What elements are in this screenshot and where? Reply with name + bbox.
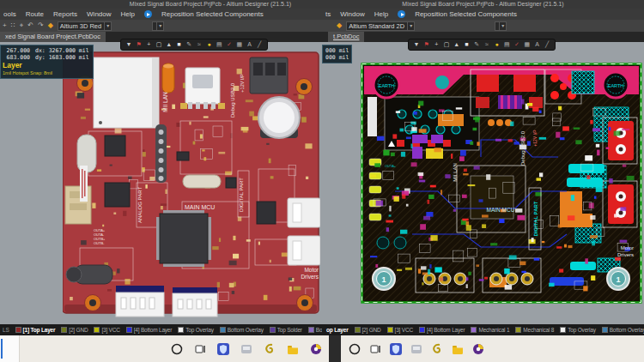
active-bar-tool-icon[interactable]: ▲	[453, 39, 461, 50]
view-configuration-combo[interactable]: Altium Standard 2D▾	[346, 21, 415, 31]
pcb-2d-viewport[interactable]: EARTH EARTH 1 1	[322, 42, 644, 324]
layer-tab[interactable]: Bottom Overlay	[602, 327, 644, 333]
menu-window[interactable]: Window	[340, 9, 364, 20]
browser-icon[interactable]	[471, 342, 485, 356]
layer-tab[interactable]: [2] GND	[61, 327, 88, 333]
active-bar-tool-icon[interactable]: ●	[205, 39, 214, 50]
layer-sets-label[interactable]: LS	[3, 327, 9, 333]
spiral-icon[interactable]	[430, 342, 444, 356]
security-icon[interactable]	[389, 342, 403, 356]
redo-icon[interactable]: ↷	[38, 20, 44, 32]
pcb-3d-viewport[interactable]: MII LAN Debug USB2.0 +12V I/P DIGITAL PA…	[0, 42, 322, 324]
task-view-icon[interactable]	[368, 342, 382, 356]
view-configuration-combo[interactable]: Altium 3D Red▾	[58, 21, 112, 31]
menu-reposition[interactable]: Reposition Selected Components	[415, 9, 517, 20]
desktop: Mixed Signal Board Project.PrjPcb - Alti…	[0, 0, 644, 362]
menu-help[interactable]: Help	[121, 9, 135, 20]
grid-tool-icon[interactable]: ∷	[11, 20, 15, 32]
undo-icon[interactable]: ↶	[27, 20, 33, 32]
menu-bar: ts Window Help Reposition Selected Compo…	[322, 9, 644, 20]
layer-tab[interactable]: Bottom Solder	[308, 327, 322, 333]
active-bar[interactable]: ▼⚑+▢▲■✎≈●▤✓▦A╱	[120, 39, 268, 51]
document-tab[interactable]: t.PcbDoc	[328, 32, 364, 42]
chevron-down-icon[interactable]: ▾	[407, 22, 412, 30]
run-script-icon[interactable]	[144, 10, 152, 18]
active-bar-tool-icon[interactable]: A	[533, 39, 542, 50]
active-bar-tool-icon[interactable]: ✎	[185, 39, 193, 50]
active-bar-tool-icon[interactable]: ⚑	[135, 39, 143, 50]
add-tool-icon[interactable]: +	[3, 20, 7, 32]
chevron-down-icon[interactable]: ▾	[499, 22, 504, 30]
chevron-down-icon[interactable]: ▾	[104, 22, 109, 30]
active-bar-tool-icon[interactable]: ■	[463, 39, 471, 50]
active-bar-tool-icon[interactable]: ≈	[483, 39, 491, 50]
active-bar-tool-icon[interactable]: ▤	[215, 39, 223, 50]
layer-tab[interactable]: [3] VCC	[387, 327, 413, 333]
menu-reposition[interactable]: Reposition Selected Components	[161, 9, 264, 20]
active-bar-tool-icon[interactable]: ■	[175, 39, 184, 50]
keepout-region	[364, 66, 639, 94]
menu-window[interactable]: Window	[87, 9, 111, 20]
secondary-combo[interactable]: ▾	[152, 21, 164, 31]
layer-tab[interactable]: Top Overlay	[560, 327, 595, 333]
active-bar-tool-icon[interactable]: ✓	[225, 39, 234, 50]
active-bar-tool-icon[interactable]: ▦	[523, 39, 532, 50]
file-explorer-icon[interactable]	[286, 342, 300, 356]
usb-connector	[180, 68, 225, 109]
active-bar-tool-icon[interactable]: ▦	[235, 39, 244, 50]
browser-icon[interactable]	[309, 342, 323, 356]
layer-tab[interactable]: Mechanical 1	[471, 327, 509, 333]
layer-tab[interactable]: Mechanical 8	[515, 327, 554, 333]
heads-up-display: 000 mil 000 mil	[322, 45, 352, 63]
menu-tools[interactable]: ools	[3, 9, 16, 20]
active-bar[interactable]: ▼⚑+▢▲■✎≈●▤✓▦A╱	[408, 39, 556, 51]
secondary-combo[interactable]: ▾	[495, 21, 507, 31]
pcb-3d-view[interactable]: MII LAN Debug USB2.0 +12V I/P DIGITAL PA…	[63, 49, 320, 318]
menu-route[interactable]: Route	[26, 9, 44, 20]
layer-tab[interactable]: Top Overlay	[178, 327, 213, 333]
active-bar-tool-icon[interactable]: ▼	[125, 39, 133, 50]
layer-tab[interactable]: [4] Bottom Layer	[419, 327, 465, 333]
menu-reports[interactable]: Reports	[53, 9, 77, 20]
chevron-down-icon[interactable]: ▾	[156, 22, 161, 30]
active-bar-tool-icon[interactable]: ╱	[543, 39, 551, 50]
active-bar-tool-icon[interactable]: ▲	[165, 39, 173, 50]
active-bar-tool-icon[interactable]: ✎	[472, 39, 481, 50]
active-bar-tool-icon[interactable]: ⚑	[422, 39, 431, 50]
layer-tab[interactable]: Bottom Overlay	[220, 327, 264, 333]
search-icon[interactable]	[170, 342, 184, 356]
active-bar-tool-icon[interactable]: ▤	[502, 39, 511, 50]
active-bar-tool-icon[interactable]: ●	[493, 39, 501, 50]
layer-tab[interactable]: op Layer	[325, 327, 349, 333]
widgets-icon[interactable]	[410, 342, 423, 356]
layer-color-swatch	[355, 327, 361, 333]
task-view-icon[interactable]	[193, 342, 207, 356]
layer-tab[interactable]: [2] GND	[355, 327, 381, 333]
file-explorer-icon[interactable]	[451, 342, 465, 356]
active-bar-tool-icon[interactable]: ≈	[195, 39, 204, 50]
active-bar-tool-icon[interactable]: A	[246, 39, 254, 50]
menu-reports[interactable]: ts	[325, 9, 331, 20]
security-icon[interactable]	[216, 342, 230, 356]
active-bar-tool-icon[interactable]: ✓	[513, 39, 521, 50]
layer-tab[interactable]: Top Solder	[270, 327, 302, 333]
spiral-icon[interactable]	[263, 342, 276, 356]
active-bar-tool-icon[interactable]: +	[144, 39, 153, 50]
origin-tool-icon[interactable]: ⌖	[20, 20, 24, 32]
active-bar-tool-icon[interactable]: ▢	[155, 39, 163, 50]
run-script-icon[interactable]	[398, 10, 405, 18]
layer-color-swatch	[126, 327, 132, 333]
layer-tab[interactable]: [1] Top Layer	[15, 327, 56, 333]
active-bar-tool-icon[interactable]: ▼	[412, 39, 421, 50]
layer-tab[interactable]: [4] Bottom Layer	[126, 327, 173, 333]
pcb-2d-view[interactable]: EARTH EARTH 1 1	[361, 63, 642, 304]
search-icon[interactable]	[348, 342, 361, 356]
active-bar-tool-icon[interactable]: ╱	[255, 39, 264, 50]
widgets-icon[interactable]	[240, 342, 253, 356]
altium-window-3d: Mixed Signal Board Project.PrjPcb - Alti…	[0, 0, 322, 335]
document-tab[interactable]: xed Signal Board Project.PcbDoc	[0, 32, 106, 42]
menu-help[interactable]: Help	[374, 9, 388, 20]
layer-tab[interactable]: [3] VCC	[94, 327, 119, 333]
active-bar-tool-icon[interactable]: ▢	[442, 39, 451, 50]
active-bar-tool-icon[interactable]: +	[432, 39, 440, 50]
